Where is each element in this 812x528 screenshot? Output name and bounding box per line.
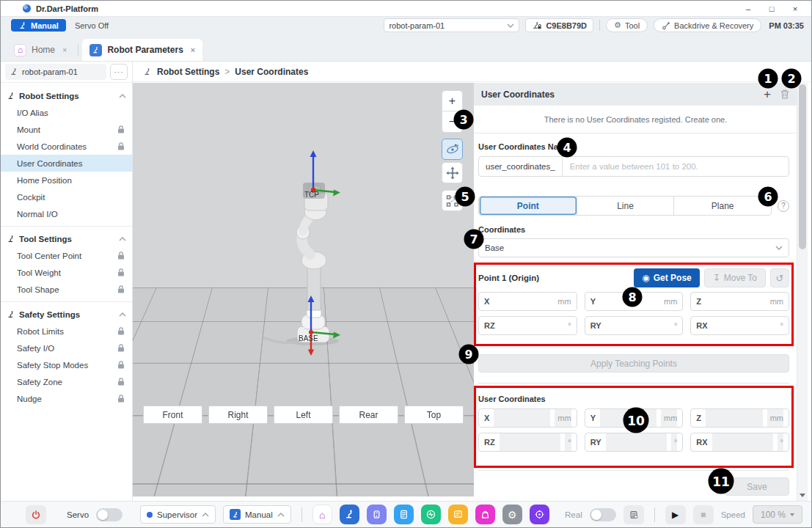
pan-move-button[interactable] [442, 162, 463, 183]
sidebar-item[interactable]: User Coordinates [1, 155, 132, 172]
dock-app-settings[interactable]: ⚙ [502, 505, 522, 524]
annotation-marker: 1 [758, 69, 778, 89]
sidebar-item[interactable]: Tool Weight [1, 264, 132, 281]
tool-button[interactable]: ⚙ Tool [606, 18, 648, 32]
pose-field-input[interactable] [494, 293, 553, 310]
stop-button[interactable]: ■ [693, 505, 714, 524]
coordinates-select[interactable]: Base [478, 238, 789, 257]
scrollbar-down-button[interactable] [797, 491, 808, 499]
dock-app-dart-home[interactable]: ⌂ [312, 505, 332, 524]
result-field-value [606, 433, 667, 451]
backdrive-recovery-button[interactable]: Backdrive & Recovery [654, 18, 761, 32]
breadcrumb-root[interactable]: Robot Settings [157, 67, 219, 77]
tab-robot-parameters[interactable]: Robot Parameters × [82, 39, 202, 61]
panel-title: User Coordinates [481, 89, 555, 100]
sidebar-item[interactable]: I/O Alias [1, 104, 132, 121]
sidebar-item[interactable]: Tool Shape [1, 281, 132, 298]
lock-icon [117, 361, 125, 369]
sidebar-item[interactable]: Safety Zone [1, 373, 132, 390]
view-preset-button[interactable]: Rear [339, 406, 398, 424]
dock-app-monitoring[interactable] [421, 505, 441, 524]
sidebar-item[interactable]: Robot Limits [1, 323, 132, 340]
type-tab[interactable]: Point [479, 197, 577, 215]
sidebar-item[interactable]: Tool Center Point [1, 247, 132, 264]
main-area: Robot Settings > User Coordinates [133, 62, 811, 502]
sidebar-item[interactable]: Safety I/O [1, 340, 132, 356]
trash-icon[interactable] [780, 89, 790, 100]
sidebar-item[interactable]: World Coordinates [1, 138, 132, 155]
play-button[interactable]: ▶ [665, 505, 686, 524]
type-tab[interactable]: Plane [673, 197, 771, 215]
annotation-marker: 8 [623, 287, 643, 307]
sidebar-item[interactable]: Home Position [1, 172, 132, 188]
view-preset-button[interactable]: Left [274, 406, 333, 424]
robot-3d-viewport[interactable]: TCP BASE + − [133, 83, 474, 496]
program-io-button[interactable] [623, 505, 644, 524]
scrollbar-thumb[interactable] [799, 84, 806, 249]
get-pose-button[interactable]: ◉ Get Pose [634, 268, 700, 287]
maximize-button[interactable]: □ [761, 2, 782, 15]
power-button[interactable] [26, 505, 46, 524]
mode-manual-button[interactable]: Manual [11, 19, 66, 32]
sidebar-section-header[interactable]: Safety Settings [1, 306, 132, 323]
chevron-up-icon [202, 513, 209, 517]
dock-app-teach-pendant[interactable] [367, 505, 387, 524]
view-preset-button[interactable]: Right [208, 406, 268, 424]
pose-field-input[interactable] [712, 317, 776, 334]
robot-serial-badge[interactable]: C9E8B79D [525, 18, 593, 32]
dock-app-log-viewer[interactable] [448, 505, 468, 524]
tab-close-icon[interactable]: × [62, 45, 67, 54]
param-name-box[interactable]: robot-param-01 [5, 64, 106, 80]
save-button[interactable]: Save [725, 477, 789, 496]
apply-teaching-points-button[interactable]: Apply Teaching Points [478, 354, 789, 373]
orbit-rotate-button[interactable] [442, 139, 463, 160]
sidebar-item[interactable]: Normal I/O [1, 205, 132, 222]
divider [301, 507, 302, 522]
robot-param-select[interactable]: robot-param-01 [384, 18, 519, 32]
dock-app-cockpit[interactable] [530, 505, 549, 524]
sidebar-section-header[interactable]: Tool Settings [1, 230, 132, 247]
pose-field-unit: ° [568, 321, 571, 330]
view-preset-button[interactable]: Front [143, 406, 202, 424]
real-mode-label: Real [565, 510, 582, 519]
close-button[interactable]: × [785, 2, 805, 15]
more-options-button[interactable]: ··· [110, 64, 128, 80]
role-select[interactable]: Supervisor [140, 505, 216, 524]
pose-field[interactable]: RX ° [690, 316, 789, 335]
mode-select[interactable]: Manual [223, 505, 291, 524]
dock-app-store[interactable] [475, 505, 495, 524]
sidebar-item[interactable]: Safety Stop Modes [1, 356, 132, 373]
dock-app-task-writer[interactable] [394, 505, 414, 524]
tab-close-icon[interactable]: × [191, 45, 195, 54]
type-tab[interactable]: Line [577, 197, 674, 215]
pose-field-input[interactable] [606, 317, 670, 334]
view-preset-button[interactable]: Top [404, 406, 464, 424]
minimize-button[interactable]: – [738, 2, 758, 15]
sidebar-item-label: World Coordinates [17, 142, 87, 151]
zoom-in-button[interactable]: + [442, 90, 463, 111]
sidebar-section-header[interactable]: Robot Settings [1, 87, 132, 104]
pose-field[interactable]: X mm [478, 292, 577, 311]
speed-value-box[interactable]: 100 % [753, 505, 802, 524]
sidebar-item[interactable]: Mount [1, 121, 132, 138]
add-user-coordinate-button[interactable]: + [764, 88, 771, 100]
sidebar: robot-param-01 ··· Robot Settings I/O Al… [1, 62, 133, 502]
help-icon[interactable]: ? [778, 200, 789, 212]
coordinates-name-input[interactable]: user_coordinates_ Enter a value between … [478, 156, 789, 177]
servo-toggle[interactable] [96, 508, 122, 521]
vertical-scrollbar[interactable] [797, 83, 808, 501]
pose-field-input[interactable] [500, 317, 564, 334]
pose-field-input[interactable] [706, 293, 766, 310]
tab-home[interactable]: ⌂ Home × [7, 39, 74, 61]
pose-field[interactable]: Z mm [690, 292, 789, 311]
pose-field[interactable]: RZ ° [478, 316, 577, 335]
pose-field[interactable]: RY ° [585, 316, 684, 335]
dock-app-robot-params[interactable] [340, 505, 359, 524]
sidebar-item[interactable]: Cockpit [1, 188, 132, 205]
real-toggle[interactable] [590, 508, 616, 521]
robot-arm-icon [89, 44, 102, 56]
move-to-icon: ↧ [713, 273, 720, 283]
move-to-button[interactable]: ↧ Move To [704, 268, 766, 287]
reset-button[interactable]: ↺ [770, 268, 789, 287]
sidebar-item[interactable]: Nudge [1, 390, 132, 407]
